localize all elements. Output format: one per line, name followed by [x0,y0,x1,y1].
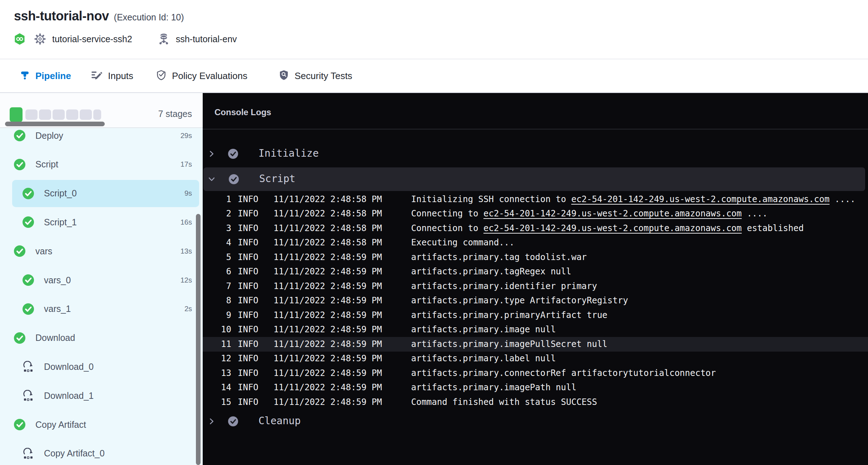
section-label: Script [259,173,295,185]
log-timestamp: 11/11/2022 2:48:58 PM [273,235,382,250]
stage-row-copy-artifact-0[interactable]: Copy Artifact_0 [0,439,203,465]
log-timestamp: 11/11/2022 2:48:59 PM [273,264,382,279]
log-section-initialize[interactable]: Initialize [203,144,868,164]
stage-duration: 9s [184,189,192,197]
log-message: artifacts.primary.type ArtifactoryRegist… [411,293,866,308]
log-line-number: 4 [208,235,231,250]
stage-label: Copy Artifact_0 [44,448,105,459]
log-timestamp: 11/11/2022 2:48:59 PM [273,366,382,381]
log-line-8: 8INFO11/11/2022 2:48:59 PMartifacts.prim… [203,293,868,308]
log-line-2: 2INFO11/11/2022 2:48:58 PMConnecting to … [203,206,868,221]
stage-row-script-1[interactable]: Script_116s [0,208,203,236]
selected-stage-highlight [12,180,199,207]
stage-label: Download_1 [44,391,94,401]
log-line-number: 10 [208,322,231,337]
section-label: Cleanup [258,415,301,427]
log-line-number: 9 [208,308,231,323]
pipeline-icon [20,70,30,82]
stages-panel: Deploy29sScript17sScript_09sScript_116sv… [0,93,203,465]
stage-label: Copy Artifact [35,420,86,430]
tab-label: Security Tests [295,70,352,82]
harness-cd-badge-icon [14,33,25,45]
stage-duration: 29s [181,132,192,140]
tab-policy-evaluations[interactable]: Policy Evaluations [156,59,247,92]
log-message: artifacts.primary.tagRegex null [411,264,866,279]
log-line-7: 7INFO11/11/2022 2:48:59 PMartifacts.prim… [203,279,868,294]
stage-duration: 12s [181,276,192,284]
log-level: INFO [238,337,258,352]
log-line-14: 14INFO11/11/2022 2:48:59 PMartifacts.pri… [203,380,868,395]
stage-list: Deploy29sScript17sScript_09sScript_116sv… [0,93,203,465]
log-line-number: 8 [208,293,231,308]
service-name[interactable]: tutorial-service-ssh2 [52,34,132,44]
stage-square-complete[interactable] [10,107,23,122]
environment-name[interactable]: ssh-tutorial-env [176,34,237,44]
log-level: INFO [238,395,258,410]
log-timestamp: 11/11/2022 2:48:58 PM [273,221,382,236]
stage-label: Deploy [35,131,63,141]
tab-inputs[interactable]: Inputs [91,59,133,92]
horizontal-scrollbar-thumb[interactable] [5,122,105,126]
stage-row-script[interactable]: Script17s [0,150,203,179]
log-timestamp: 11/11/2022 2:48:59 PM [273,279,382,294]
log-line-number: 11 [208,337,231,352]
stage-row-download-1[interactable]: Download_1 [0,381,203,410]
stage-square-pending[interactable] [80,109,92,120]
log-line-number: 3 [208,221,231,236]
tab-pipeline[interactable]: Pipeline [20,59,71,92]
log-line-4: 4INFO11/11/2022 2:48:58 PMExecuting comm… [203,235,868,250]
check-circle-icon [14,332,26,344]
execution-id-label: (Execution Id: 10) [114,12,184,23]
log-host-link[interactable]: ec2-54-201-142-249.us-west-2.compute.ama… [483,209,741,219]
check-circle-icon [14,158,26,171]
chevron-right-icon[interactable] [208,417,216,425]
stage-square-pending[interactable] [25,109,38,120]
stage-label: Download [35,333,75,343]
log-message: Command finished with status SUCCESS [411,395,866,410]
stage-row-vars-1[interactable]: vars_12s [0,295,203,323]
log-level: INFO [238,366,258,381]
console-title: Console Logs [214,107,271,117]
vertical-scrollbar-thumb[interactable] [196,214,201,465]
status-check-icon [228,416,238,427]
stage-square-pending[interactable] [53,109,65,120]
tab-security-tests[interactable]: Security Tests [279,59,352,92]
environment-icon [158,33,169,45]
stage-label: Script_1 [44,217,77,227]
stage-row-script-0[interactable]: Script_09s [0,179,203,208]
log-message: Connecting to ec2-54-201-142-249.us-west… [411,206,866,221]
stage-square-pending[interactable] [93,109,101,120]
log-message: Connection to ec2-54-201-142-249.us-west… [411,221,866,236]
log-line-number: 6 [208,264,231,279]
log-host-link[interactable]: ec2-54-201-142-249.us-west-2.compute.ama… [483,223,741,233]
service-gear-icon [34,33,46,45]
chevron-right-icon[interactable] [208,150,216,158]
log-timestamp: 11/11/2022 2:48:59 PM [273,337,382,352]
chevron-down-icon[interactable] [208,175,216,183]
log-message: artifacts.primary.imagePath null [411,380,866,395]
log-line-1: 1INFO11/11/2022 2:48:58 PMInitializing S… [203,192,868,207]
log-level: INFO [238,264,258,279]
stage-duration: 2s [184,305,192,313]
stage-row-copy-artifact[interactable]: Copy Artifact [0,410,203,439]
stage-square-pending[interactable] [39,109,51,120]
stage-count-label: 7 stages [158,109,192,119]
status-check-icon [228,148,238,159]
stage-row-vars[interactable]: vars13s [0,237,203,265]
stages-header: 7 stages [0,93,203,128]
log-section-script[interactable]: Script [203,167,865,191]
log-level: INFO [238,250,258,265]
stage-row-download[interactable]: Download [0,324,203,352]
stage-row-vars-0[interactable]: vars_012s [0,266,203,294]
log-line-number: 15 [208,395,231,410]
log-line-9: 9INFO11/11/2022 2:48:59 PMartifacts.prim… [203,308,868,323]
log-host-link[interactable]: ec2-54-201-142-249.us-west-2.compute.ama… [571,194,829,204]
stage-square-pending[interactable] [66,109,78,120]
log-timestamp: 11/11/2022 2:48:59 PM [273,351,382,366]
log-section-cleanup[interactable]: Cleanup [203,411,868,431]
stage-row-download-0[interactable]: Download_0 [0,352,203,381]
stage-duration: 17s [181,160,192,168]
log-level: INFO [238,351,258,366]
log-line-5: 5INFO11/11/2022 2:48:59 PMartifacts.prim… [203,250,868,265]
pipeline-execution-page: ssh-tutorial-nov (Execution Id: 10) [0,0,868,465]
